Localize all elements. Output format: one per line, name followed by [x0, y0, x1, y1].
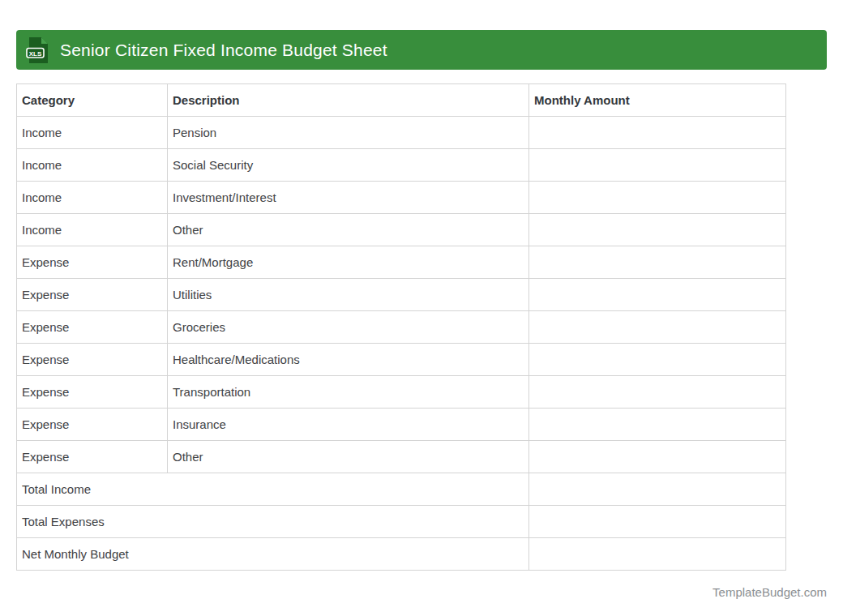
- total-row: Net Monthly Budget: [17, 538, 786, 571]
- table-row: Expense Other: [17, 441, 786, 473]
- amount-cell: [529, 117, 786, 149]
- description-cell: Other: [168, 441, 529, 473]
- total-amount-cell: [529, 473, 786, 506]
- page-title: Senior Citizen Fixed Income Budget Sheet: [60, 41, 387, 60]
- amount-cell: [529, 376, 786, 409]
- description-cell: Groceries: [168, 311, 529, 344]
- total-label-cell: Net Monthly Budget: [17, 538, 529, 571]
- header-description: Description: [168, 84, 529, 117]
- category-cell: Expense: [17, 441, 168, 473]
- amount-cell: [529, 409, 786, 441]
- budget-table: Category Description Monthly Amount Inco…: [16, 83, 786, 571]
- description-cell: Investment/Interest: [168, 182, 529, 214]
- category-cell: Expense: [17, 246, 168, 279]
- title-bar: XLS Senior Citizen Fixed Income Budget S…: [16, 30, 827, 70]
- total-label-cell: Total Income: [17, 473, 529, 506]
- table-row: Expense Groceries: [17, 311, 786, 344]
- table-row: Expense Rent/Mortgage: [17, 246, 786, 279]
- site-attribution: TemplateBudget.com: [16, 585, 827, 599]
- category-cell: Expense: [17, 344, 168, 376]
- amount-cell: [529, 344, 786, 376]
- description-cell: Pension: [168, 117, 529, 149]
- table-row: Expense Insurance: [17, 409, 786, 441]
- category-cell: Income: [17, 182, 168, 214]
- xls-file-icon: XLS: [26, 36, 49, 64]
- table-row: Expense Transportation: [17, 376, 786, 409]
- table-row: Expense Healthcare/Medications: [17, 344, 786, 376]
- amount-cell: [529, 279, 786, 311]
- table-row: Income Pension: [17, 117, 786, 149]
- description-cell: Insurance: [168, 409, 529, 441]
- category-cell: Expense: [17, 311, 168, 344]
- description-cell: Healthcare/Medications: [168, 344, 529, 376]
- header-monthly-amount: Monthly Amount: [529, 84, 786, 117]
- category-cell: Expense: [17, 376, 168, 409]
- total-row: Total Expenses: [17, 506, 786, 538]
- description-cell: Rent/Mortgage: [168, 246, 529, 279]
- total-amount-cell: [529, 506, 786, 538]
- table-header-row: Category Description Monthly Amount: [17, 84, 786, 117]
- amount-cell: [529, 246, 786, 279]
- amount-cell: [529, 311, 786, 344]
- amount-cell: [529, 149, 786, 182]
- description-cell: Other: [168, 214, 529, 246]
- amount-cell: [529, 214, 786, 246]
- amount-cell: [529, 182, 786, 214]
- table-row: Income Other: [17, 214, 786, 246]
- table-row: Income Investment/Interest: [17, 182, 786, 214]
- description-cell: Social Security: [168, 149, 529, 182]
- table-row: Expense Utilities: [17, 279, 786, 311]
- total-amount-cell: [529, 538, 786, 571]
- description-cell: Utilities: [168, 279, 529, 311]
- table-row: Income Social Security: [17, 149, 786, 182]
- page: XLS Senior Citizen Fixed Income Budget S…: [0, 0, 843, 616]
- category-cell: Income: [17, 214, 168, 246]
- category-cell: Income: [17, 149, 168, 182]
- total-label-cell: Total Expenses: [17, 506, 529, 538]
- xls-icon-label: XLS: [29, 49, 42, 57]
- header-category: Category: [17, 84, 168, 117]
- description-cell: Transportation: [168, 376, 529, 409]
- amount-cell: [529, 441, 786, 473]
- category-cell: Income: [17, 117, 168, 149]
- total-row: Total Income: [17, 473, 786, 506]
- category-cell: Expense: [17, 409, 168, 441]
- category-cell: Expense: [17, 279, 168, 311]
